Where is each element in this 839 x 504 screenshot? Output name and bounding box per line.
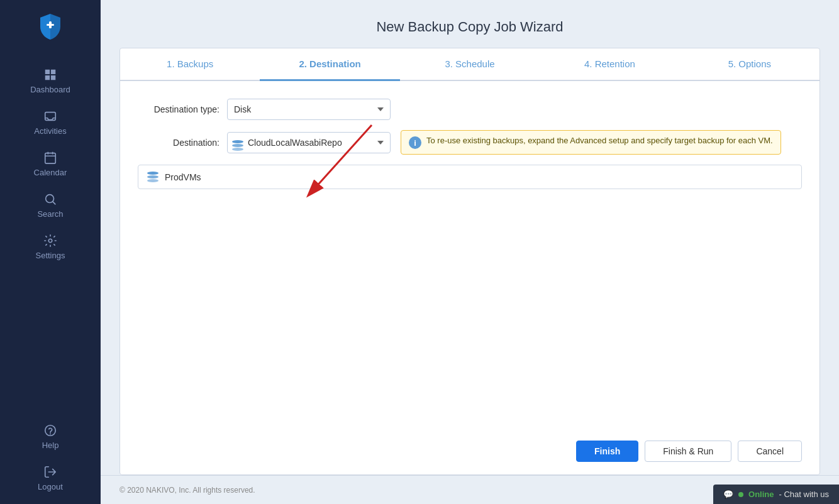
sidebar-item-label: Logout (38, 482, 63, 491)
sidebar-item-search[interactable]: Search (0, 184, 101, 225)
chat-rest-text: - Chat with us (779, 490, 829, 499)
destination-row: Destination: CloudLocalWasabiRepo (138, 130, 802, 155)
gear-icon (43, 234, 57, 248)
wizard-title: New Backup Copy Job Wizard (119, 19, 820, 35)
sidebar-item-label: Settings (36, 251, 65, 260)
calendar-icon (43, 151, 57, 165)
destination-select-wrapper: CloudLocalWasabiRepo (227, 132, 391, 153)
prodvms-row: ProdVMs (138, 165, 802, 189)
info-box: i To re-use existing backups, expand the… (401, 130, 781, 155)
sidebar-item-label: Help (42, 441, 59, 450)
wizard-body: Destination type: Disk Destination: (120, 81, 820, 430)
chat-widget[interactable]: 💬 Online - Chat with us (713, 485, 839, 504)
stack-icon (232, 134, 243, 151)
wizard-panel: 1. Backups 2. Destination 3. Schedule 4.… (119, 48, 820, 475)
destination-type-select[interactable]: Disk (227, 99, 391, 120)
wizard-wrapper: New Backup Copy Job Wizard 1. Backups 2.… (101, 0, 839, 475)
wizard-step-destination[interactable]: 2. Destination (260, 48, 399, 81)
sidebar-item-calendar[interactable]: Calendar (0, 142, 101, 184)
sidebar-nav: Dashboard Activities Calendar Search Set… (0, 59, 101, 415)
sidebar: Dashboard Activities Calendar Search Set… (0, 0, 101, 504)
svg-point-5 (48, 239, 52, 243)
chat-bubble-icon: 💬 (723, 490, 733, 499)
svg-rect-3 (45, 153, 56, 163)
sidebar-item-help[interactable]: Help (0, 415, 101, 456)
online-indicator (738, 492, 743, 497)
inbox-icon (43, 109, 57, 123)
prodvms-label: ProdVMs (165, 172, 201, 182)
grid-icon (43, 68, 57, 82)
search-icon (43, 192, 57, 206)
prodvms-stack-icon (147, 172, 158, 182)
finish-button[interactable]: Finish (576, 441, 638, 462)
help-icon (43, 424, 57, 437)
svg-rect-2 (45, 112, 56, 121)
wizard-step-retention[interactable]: 4. Retention (540, 48, 679, 81)
info-message: To re-use existing backups, expand the A… (426, 136, 773, 145)
sidebar-item-settings[interactable]: Settings (0, 225, 101, 266)
main-content: New Backup Copy Job Wizard 1. Backups 2.… (101, 0, 839, 504)
sidebar-item-activities[interactable]: Activities (0, 101, 101, 142)
info-icon: i (409, 136, 421, 149)
sidebar-item-label: Dashboard (30, 85, 70, 94)
sidebar-item-label: Search (37, 209, 63, 219)
wizard-step-schedule[interactable]: 3. Schedule (400, 48, 540, 81)
app-logo (0, 0, 101, 53)
footer-copyright: © 2020 NAKIVO, Inc. All rights reserved. (119, 486, 255, 495)
finish-run-button[interactable]: Finish & Run (645, 441, 731, 462)
sidebar-item-dashboard[interactable]: Dashboard (0, 59, 101, 101)
wizard-step-options[interactable]: 5. Options (680, 48, 820, 81)
destination-type-label: Destination type: (138, 104, 219, 114)
chat-online-text: Online (748, 490, 774, 499)
destination-label: Destination: (138, 138, 219, 148)
sidebar-item-logout[interactable]: Logout (0, 456, 101, 498)
shield-icon (35, 11, 65, 41)
destination-type-row: Destination type: Disk (138, 99, 802, 120)
logout-icon (43, 465, 57, 479)
sidebar-item-label: Calendar (34, 168, 67, 177)
wizard-steps: 1. Backups 2. Destination 3. Schedule 4.… (120, 48, 820, 81)
svg-rect-1 (49, 21, 52, 28)
destination-select[interactable]: CloudLocalWasabiRepo (227, 132, 391, 153)
sidebar-item-label: Activities (34, 126, 66, 136)
sidebar-bottom: Help Logout (0, 415, 101, 504)
wizard-buttons: Finish Finish & Run Cancel (120, 430, 820, 474)
cancel-button[interactable]: Cancel (738, 441, 802, 462)
wizard-step-backups[interactable]: 1. Backups (120, 48, 260, 81)
svg-point-7 (50, 434, 51, 435)
